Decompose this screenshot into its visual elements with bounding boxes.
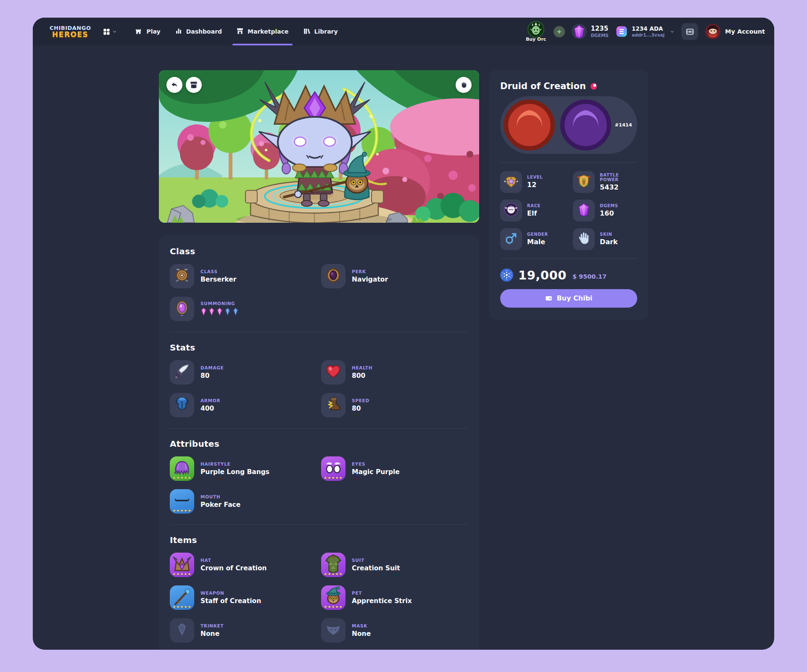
dgem-icon bbox=[576, 202, 591, 219]
dgems-currency: DGEMS bbox=[591, 33, 609, 38]
entry-label: TRINKET bbox=[200, 623, 224, 628]
stat-tile bbox=[500, 228, 522, 250]
entry-summoning: SUMMONING bbox=[170, 297, 317, 321]
divider bbox=[500, 258, 637, 259]
entry-value: None bbox=[200, 630, 224, 638]
entry-value: Staff of Creation bbox=[200, 597, 261, 605]
entry-mask: MASKNone bbox=[321, 618, 468, 643]
dgems-balance-chip[interactable]: 1235 DGEMS bbox=[572, 24, 609, 39]
logo-line1: CHIBIDANGO bbox=[50, 25, 91, 31]
race-elf-icon bbox=[504, 202, 519, 219]
chevron-down-icon bbox=[112, 29, 117, 34]
nav-item-play[interactable]: Play bbox=[128, 18, 167, 45]
app-window: CHIBIDANGO HEROES PlayDashboardMarketpla… bbox=[33, 18, 774, 650]
entry-tile bbox=[321, 264, 345, 288]
wallet-balance: 1234 ADA bbox=[632, 26, 665, 32]
entry-label: SUIT bbox=[352, 558, 400, 563]
detail-stat-battle-power: BATTLE POWER5432 bbox=[573, 171, 637, 193]
navbar: CHIBIDANGO HEROES PlayDashboardMarketpla… bbox=[33, 18, 774, 45]
entry-tile bbox=[170, 393, 194, 417]
section-title: Items bbox=[170, 535, 468, 545]
entry-trinket: TRINKETNone bbox=[170, 618, 317, 643]
entry-value: None bbox=[352, 630, 371, 638]
rarity-stars: ★★★★★ bbox=[170, 572, 194, 576]
wallet-address: addr1...3vxaj bbox=[632, 32, 665, 37]
entry-tile: ★★★★★ bbox=[170, 585, 194, 610]
pink-orb-badge-icon bbox=[590, 83, 597, 90]
section-grid: DAMAGE80HEALTH800ARMOR400SPEED80 bbox=[170, 360, 468, 417]
section-title: Attributes bbox=[170, 439, 468, 449]
entry-label: DAMAGE bbox=[200, 365, 224, 370]
apps-menu-button[interactable] bbox=[103, 28, 117, 36]
entry-value: Navigator bbox=[352, 276, 388, 283]
entry-perk: PERKNavigator bbox=[321, 264, 468, 288]
back-button[interactable] bbox=[166, 77, 182, 93]
entry-tile bbox=[321, 393, 345, 417]
buy-chibi-button[interactable]: Buy Chibi bbox=[500, 289, 637, 308]
entry-speed: SPEED80 bbox=[321, 393, 468, 417]
entry-armor: ARMOR400 bbox=[170, 393, 317, 417]
nav-item-marketplace[interactable]: Marketplace bbox=[229, 18, 295, 45]
wallet-chip[interactable]: 1234 ADA addr1...3vxaj bbox=[615, 25, 675, 38]
entry-tile bbox=[170, 297, 194, 321]
stat-value: 160 bbox=[600, 209, 618, 217]
entry-label: SPEED bbox=[352, 398, 369, 403]
gem-pink-icon bbox=[216, 308, 223, 317]
summoning-gems bbox=[200, 308, 239, 317]
price-row: 19,000 $ 9500.17 bbox=[500, 268, 637, 282]
nav-item-library[interactable]: Library bbox=[296, 18, 345, 45]
orc-avatar-icon bbox=[527, 21, 544, 38]
entry-value: Purple Long Bangs bbox=[200, 468, 269, 476]
nav-item-dashboard[interactable]: Dashboard bbox=[168, 18, 229, 45]
gem-blue-icon bbox=[232, 308, 239, 317]
stat-label: GENDER bbox=[527, 232, 548, 237]
logo[interactable]: CHIBIDANGO HEROES bbox=[50, 25, 91, 38]
logo-line2: HEROES bbox=[52, 31, 88, 38]
my-account-button[interactable]: My Account bbox=[705, 24, 765, 40]
entry-tile: ★★★★★ bbox=[321, 456, 345, 481]
buy-orc-button[interactable]: Buy Orc bbox=[526, 21, 546, 42]
sword-icon bbox=[174, 363, 190, 382]
entry-tile bbox=[170, 360, 194, 385]
boot-icon bbox=[325, 396, 342, 414]
token-id-pill: #1414 bbox=[500, 96, 637, 154]
hero-detail-card: Druid of Creation #1414 LEVEL12 BATTLE P… bbox=[489, 70, 648, 319]
detail-stat-dgems: DGEMS160 bbox=[573, 200, 637, 221]
nav-item-label: Dashboard bbox=[186, 28, 222, 35]
add-dgems-button[interactable] bbox=[554, 26, 565, 37]
dgem-icon bbox=[572, 24, 587, 39]
purple-orb-icon bbox=[559, 98, 613, 152]
section-title: Stats bbox=[170, 343, 468, 353]
rarity-stars: ★★★★★ bbox=[170, 476, 194, 480]
entry-value: Apprentice Strix bbox=[352, 597, 412, 605]
heart-icon bbox=[325, 363, 342, 382]
wallet-icon bbox=[545, 294, 553, 302]
section-title: Class bbox=[170, 246, 468, 256]
collection-button[interactable] bbox=[681, 23, 698, 40]
stat-tile bbox=[573, 228, 595, 250]
cardano-icon bbox=[500, 269, 513, 282]
entry-value: Creation Suit bbox=[352, 564, 400, 572]
dgems-amount: 1235 bbox=[591, 25, 609, 32]
berserker-icon bbox=[174, 267, 190, 285]
user-avatar bbox=[705, 24, 721, 40]
entry-damage: DAMAGE80 bbox=[170, 360, 317, 385]
nav-item-label: Library bbox=[314, 28, 338, 35]
entry-value: 400 bbox=[200, 405, 220, 412]
entry-value: 80 bbox=[200, 372, 224, 379]
summoning-icon bbox=[174, 300, 190, 318]
wallet-logo-icon bbox=[615, 25, 628, 38]
entry-label: PET bbox=[352, 590, 412, 596]
section-grid: CLASSBerserkerPERKNavigatorSUMMONING bbox=[170, 264, 468, 321]
entry-label: HAIRSTYLE bbox=[200, 461, 269, 466]
entry-label: EYES bbox=[352, 461, 400, 466]
entry-hat: ★★★★★HATCrown of Creation bbox=[170, 553, 317, 577]
claw-button[interactable] bbox=[456, 77, 472, 93]
rarity-stars: ★★★★★ bbox=[321, 605, 345, 609]
stat-tile bbox=[573, 171, 595, 193]
entry-tile: ★★★★★ bbox=[170, 456, 194, 481]
marketplace-shortcut-button[interactable] bbox=[186, 77, 202, 93]
rarity-stars: ★★★★★ bbox=[170, 509, 194, 513]
entry-tile bbox=[170, 618, 194, 643]
entry-value: Magic Purple bbox=[352, 468, 400, 476]
